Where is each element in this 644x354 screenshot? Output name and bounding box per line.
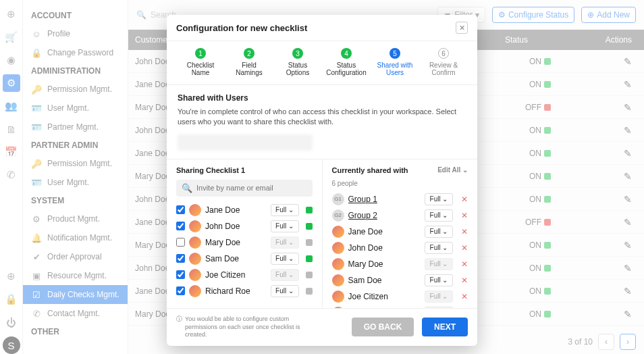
step-number: 3 <box>292 48 303 59</box>
invite-input[interactable] <box>196 184 307 192</box>
remove-button[interactable]: ✕ <box>461 276 468 285</box>
user-checkbox[interactable] <box>176 205 185 214</box>
share-left: Sharing Checklist 1 🔍 Jane DoeFull ⌄John… <box>167 159 323 308</box>
user-row: Jane DoeFull ⌄✕ <box>332 224 468 240</box>
step-number: 6 <box>438 48 449 59</box>
permission-select: Full ⌄ <box>271 236 299 249</box>
modal-header: Configuration for new checklist ✕ <box>167 15 477 41</box>
step-label: Review &Confirm <box>429 61 458 76</box>
group-avatar: G1 <box>332 193 344 205</box>
permission-select[interactable]: Full ⌄ <box>425 226 453 238</box>
people-count: 6 people <box>332 180 468 187</box>
user-row: Richard RoeFull ⌄ <box>176 283 313 299</box>
user-checkbox[interactable] <box>176 270 185 279</box>
permission-select[interactable]: Full ⌄ <box>271 204 299 216</box>
avatar <box>189 220 201 232</box>
step-1[interactable]: 1ChecklistName <box>179 48 222 76</box>
remove-button[interactable]: ✕ <box>461 292 468 301</box>
step-5[interactable]: 5Shared withUsers <box>373 48 417 76</box>
user-name: Sam Doe <box>348 276 421 285</box>
group-row: G2Group 2Full ⌄✕ <box>332 207 468 224</box>
user-name: Mary Doe <box>348 259 421 269</box>
section-shared-with-users: Shared with Users You're in complete con… <box>167 85 477 159</box>
avatar <box>189 204 201 216</box>
user-row: Mary DoeFull ⌄ <box>176 234 313 251</box>
status-square <box>306 272 313 278</box>
section-title: Shared with Users <box>178 93 466 103</box>
user-name: Richard Roe <box>205 286 267 296</box>
permission-select[interactable]: Full ⌄ <box>425 242 453 254</box>
permission-select[interactable]: Full ⌄ <box>425 209 453 222</box>
user-row: Joe CitizenFull ⌄ <box>176 267 313 283</box>
step-6[interactable]: 6Review &Confirm <box>422 48 465 76</box>
group-name[interactable]: Group 2 <box>348 211 421 220</box>
search-icon: 🔍 <box>182 183 192 193</box>
user-row: Mary DoeFull ⌄✕ <box>332 256 468 272</box>
step-label: ChecklistName <box>187 61 215 76</box>
user-name: Sam Doe <box>205 254 267 263</box>
permission-select[interactable]: Full ⌄ <box>271 220 299 232</box>
right-title: Currently shared with Edit All ⌄ <box>332 166 468 174</box>
remove-button[interactable]: ✕ <box>461 227 468 236</box>
group-name[interactable]: Group 1 <box>348 195 421 204</box>
close-button[interactable]: ✕ <box>456 22 468 34</box>
invite-search[interactable]: 🔍 <box>176 180 313 197</box>
edit-all-button[interactable]: Edit All ⌄ <box>437 166 468 174</box>
user-row: Jane DoeFull ⌄ <box>176 202 313 218</box>
step-number: 2 <box>244 48 254 59</box>
user-name: Jane Doe <box>348 227 421 236</box>
permission-select[interactable]: Full ⌄ <box>425 274 453 286</box>
permission-select: Full ⌄ <box>425 258 453 270</box>
status-square <box>306 207 313 213</box>
avatar <box>332 274 344 286</box>
avatar <box>332 242 344 254</box>
step-number: 5 <box>390 48 400 59</box>
step-number: 4 <box>341 48 352 59</box>
permission-select[interactable]: Full ⌄ <box>271 285 299 297</box>
user-row: John DoeFull ⌄ <box>176 218 313 234</box>
step-number: 1 <box>195 48 206 59</box>
user-checkbox[interactable] <box>176 286 185 295</box>
avatar <box>189 285 201 297</box>
user-checkbox[interactable] <box>176 238 185 247</box>
step-label: StatusOptions <box>286 61 309 76</box>
user-name: Mary Doe <box>205 238 267 247</box>
user-checkbox[interactable] <box>176 254 185 263</box>
group-avatar: G2 <box>332 209 344 222</box>
avatar <box>332 226 344 238</box>
remove-button[interactable]: ✕ <box>461 259 468 269</box>
user-row: Sam DoeFull ⌄✕ <box>332 272 468 288</box>
next-button[interactable]: NEXT <box>422 318 468 336</box>
user-name: Joe Citizen <box>348 292 421 301</box>
blurred-content <box>178 134 313 151</box>
status-square <box>306 223 313 230</box>
modal-footer: ⓘYou would be able to configure custom p… <box>167 308 477 346</box>
go-back-button[interactable]: GO BACK <box>352 318 414 336</box>
avatar <box>332 290 344 303</box>
user-row: Joe CitizenFull ⌄✕ <box>332 288 468 305</box>
user-name: Jane Doe <box>205 205 267 215</box>
permission-select[interactable]: Full ⌄ <box>425 193 453 205</box>
status-square <box>306 255 313 262</box>
step-2[interactable]: 2FieldNamings <box>227 48 271 76</box>
step-3[interactable]: 3StatusOptions <box>276 48 319 76</box>
permission-select: Full ⌄ <box>425 290 453 303</box>
step-4[interactable]: 4StatusConfiguration <box>325 48 368 76</box>
section-text: You're in complete control of who can ac… <box>178 107 466 128</box>
user-name: John Doe <box>205 222 267 231</box>
group-row: G1Group 1Full ⌄✕ <box>332 191 468 207</box>
permission-select[interactable]: Full ⌄ <box>271 253 299 265</box>
remove-button[interactable]: ✕ <box>461 243 468 253</box>
avatar <box>189 269 201 281</box>
permission-select: Full ⌄ <box>271 269 299 281</box>
user-checkbox[interactable] <box>176 222 185 230</box>
user-row: John DoeFull ⌄✕ <box>332 240 468 256</box>
remove-button[interactable]: ✕ <box>461 211 468 220</box>
status-square <box>306 239 313 246</box>
remove-button[interactable]: ✕ <box>461 195 468 204</box>
modal: Configuration for new checklist ✕ 1Check… <box>167 15 477 346</box>
modal-title: Configuration for new checklist <box>176 23 307 33</box>
status-square <box>306 288 313 295</box>
step-label: Shared withUsers <box>377 61 413 76</box>
avatar <box>189 236 201 249</box>
